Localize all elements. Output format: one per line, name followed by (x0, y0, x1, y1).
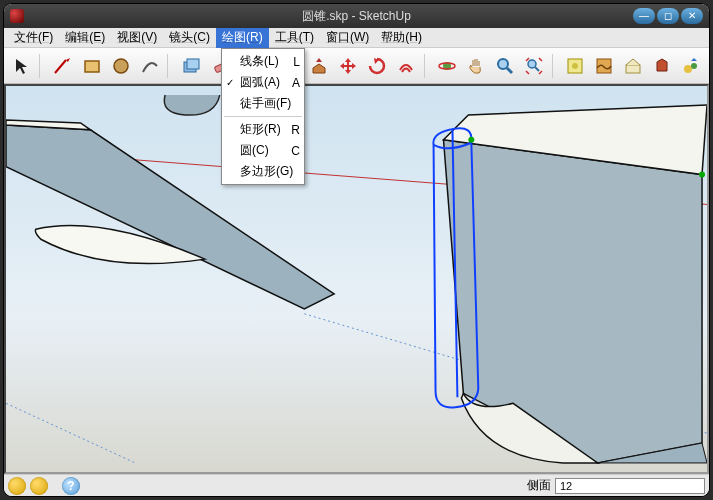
menu-rectangle[interactable]: 矩形(R)R (222, 119, 304, 140)
toolbar (4, 48, 709, 84)
measurement-label: 侧面 (527, 477, 551, 494)
measurement-input[interactable] (555, 478, 705, 494)
pan-icon[interactable] (462, 52, 489, 80)
menu-label: 圆弧(A) (240, 74, 280, 91)
toggle-terrain-icon[interactable] (591, 52, 618, 80)
menu-shortcut: R (283, 123, 300, 137)
menu-shortcut: A (284, 76, 300, 90)
move-icon[interactable] (334, 52, 361, 80)
menu-shortcut: L (285, 55, 300, 69)
separator (167, 54, 173, 78)
orbit-icon[interactable] (433, 52, 460, 80)
svg-point-26 (699, 172, 705, 178)
menu-arc[interactable]: ✓圆弧(A)A (222, 72, 304, 93)
rectangle-icon[interactable] (78, 52, 105, 80)
menu-draw[interactable]: 绘图(R) (216, 27, 269, 48)
menu-circle[interactable]: 圆(C)C (222, 140, 304, 161)
photo-textures-icon[interactable] (649, 52, 676, 80)
menu-label: 徒手画(F) (240, 95, 291, 112)
window-title: 圆锥.skp - SketchUp (302, 8, 411, 25)
make-component-icon[interactable] (177, 52, 204, 80)
menu-view[interactable]: 视图(V) (111, 27, 163, 48)
separator (424, 54, 430, 78)
get-models-icon[interactable] (678, 52, 705, 80)
separator (552, 54, 558, 78)
add-building-icon[interactable] (620, 52, 647, 80)
select-icon[interactable] (8, 52, 35, 80)
check-icon: ✓ (226, 77, 234, 88)
menu-edit[interactable]: 编辑(E) (59, 27, 111, 48)
credits-icon[interactable] (30, 477, 48, 495)
menu-freehand[interactable]: 徒手画(F) (222, 93, 304, 114)
menu-separator (224, 116, 302, 117)
statusbar: ? 侧面 (4, 474, 709, 496)
arc-icon[interactable] (136, 52, 163, 80)
menu-tools[interactable]: 工具(T) (269, 27, 320, 48)
svg-line-11 (507, 68, 512, 73)
svg-point-18 (684, 65, 692, 73)
menu-label: 线条(L) (240, 53, 279, 70)
svg-rect-17 (626, 65, 640, 73)
offset-icon[interactable] (392, 52, 419, 80)
menubar: 文件(F) 编辑(E) 视图(V) 镜头(C) 绘图(R) 工具(T) 窗口(W… (4, 28, 709, 48)
rotate-icon[interactable] (363, 52, 390, 80)
menu-help[interactable]: 帮助(H) (375, 27, 428, 48)
svg-line-13 (535, 67, 539, 71)
viewport-3d[interactable] (4, 84, 709, 474)
menu-line[interactable]: 线条(L)L (222, 51, 304, 72)
svg-point-25 (468, 137, 474, 143)
minimize-button[interactable]: — (633, 8, 655, 24)
svg-line-20 (6, 403, 135, 463)
help-icon[interactable]: ? (62, 477, 80, 495)
add-location-icon[interactable] (562, 52, 589, 80)
menu-label: 矩形(R) (240, 121, 281, 138)
svg-point-10 (498, 59, 508, 69)
close-button[interactable]: ✕ (681, 8, 703, 24)
svg-point-15 (572, 63, 578, 69)
svg-rect-3 (187, 59, 199, 69)
svg-point-12 (528, 60, 536, 68)
app-icon (10, 9, 24, 23)
geo-location-icon[interactable] (8, 477, 26, 495)
menu-label: 圆(C) (240, 142, 269, 159)
draw-menu-dropdown: 线条(L)L ✓圆弧(A)A 徒手画(F) 矩形(R)R 圆(C)C 多边形(G… (221, 48, 305, 185)
circle-icon[interactable] (107, 52, 134, 80)
zoom-extents-icon[interactable] (521, 52, 548, 80)
menu-label: 多边形(G) (240, 163, 293, 180)
svg-point-1 (114, 59, 128, 73)
pushpull-icon[interactable] (305, 52, 332, 80)
menu-window[interactable]: 窗口(W) (320, 27, 375, 48)
svg-rect-0 (85, 61, 99, 72)
maximize-button[interactable]: ◻ (657, 8, 679, 24)
titlebar: 圆锥.skp - SketchUp — ◻ ✕ (4, 4, 709, 28)
menu-shortcut: C (283, 144, 300, 158)
svg-point-19 (691, 63, 697, 69)
scene-svg (6, 86, 707, 472)
line-icon[interactable] (49, 52, 76, 80)
separator (39, 54, 45, 78)
menu-polygon[interactable]: 多边形(G) (222, 161, 304, 182)
menu-camera[interactable]: 镜头(C) (163, 27, 216, 48)
zoom-icon[interactable] (492, 52, 519, 80)
menu-file[interactable]: 文件(F) (8, 27, 59, 48)
